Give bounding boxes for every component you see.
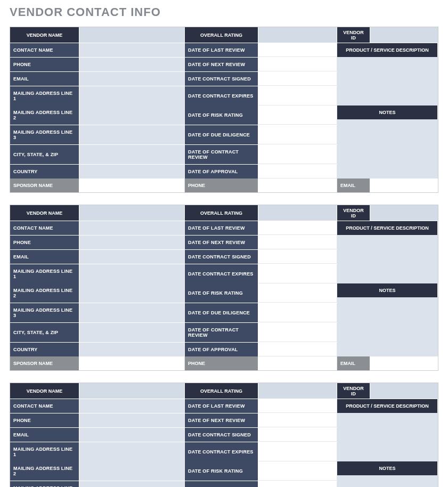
label-country: COUNTRY xyxy=(10,343,79,356)
input-notes[interactable] xyxy=(337,475,438,487)
input-phone[interactable] xyxy=(79,413,185,427)
input-product-desc[interactable] xyxy=(337,235,438,283)
label-date-approval: DATE OF APPROVAL xyxy=(185,165,258,178)
input-sponsor-name[interactable] xyxy=(79,178,185,192)
input-date-contract-review[interactable] xyxy=(258,323,337,342)
label-vendor-id: VENDOR ID xyxy=(337,383,370,399)
input-date-due-diligence[interactable] xyxy=(258,125,337,144)
label-date-risk-rating: DATE OF RISK RATING xyxy=(185,105,258,125)
input-notes[interactable] xyxy=(337,119,438,178)
label-date-contract-signed: DATE CONTRACT SIGNED xyxy=(185,428,258,442)
input-date-contract-signed[interactable] xyxy=(258,428,337,442)
input-vendor-id[interactable] xyxy=(370,383,438,399)
vendor-block: VENDOR NAME OVERALL RATING VENDOR ID CON… xyxy=(10,27,438,193)
input-mailing1[interactable] xyxy=(79,264,185,283)
label-notes: NOTES xyxy=(337,461,438,475)
label-overall-rating: OVERALL RATING xyxy=(185,205,258,221)
input-date-due-diligence[interactable] xyxy=(258,481,337,487)
label-sponsor-email: EMAIL xyxy=(337,178,370,192)
label-vendor-name: VENDOR NAME xyxy=(10,205,79,221)
label-contact-name: CONTACT NAME xyxy=(10,221,79,235)
input-sponsor-name[interactable] xyxy=(79,356,185,370)
input-mailing1[interactable] xyxy=(79,86,185,105)
input-mailing3[interactable] xyxy=(79,481,185,487)
input-overall-rating[interactable] xyxy=(258,205,337,221)
label-email: EMAIL xyxy=(10,250,79,264)
input-email[interactable] xyxy=(79,72,185,86)
label-email: EMAIL xyxy=(10,72,79,86)
input-date-contract-signed[interactable] xyxy=(258,250,337,264)
input-vendor-name[interactable] xyxy=(79,205,185,221)
input-date-due-diligence[interactable] xyxy=(258,303,337,322)
input-date-contract-expires[interactable] xyxy=(258,86,337,105)
input-email[interactable] xyxy=(79,250,185,264)
label-sponsor-email: EMAIL xyxy=(337,356,370,370)
input-date-contract-review[interactable] xyxy=(258,145,337,164)
label-date-risk-rating: DATE OF RISK RATING xyxy=(185,283,258,303)
label-contact-name: CONTACT NAME xyxy=(10,43,79,57)
input-date-contract-signed[interactable] xyxy=(258,72,337,86)
label-mailing3: MAILING ADDRESS LINE 3 xyxy=(10,481,79,487)
label-city-state-zip: CITY, STATE, & ZIP xyxy=(10,145,79,164)
input-vendor-name[interactable] xyxy=(79,27,185,43)
label-date-due-diligence: DATE OF DUE DILIGENCE xyxy=(185,125,258,144)
input-product-desc[interactable] xyxy=(337,57,438,105)
label-date-next-review: DATE OF NEXT REVIEW xyxy=(185,58,258,71)
label-vendor-name: VENDOR NAME xyxy=(10,27,79,43)
input-mailing2[interactable] xyxy=(79,105,185,125)
label-city-state-zip: CITY, STATE, & ZIP xyxy=(10,323,79,342)
input-mailing3[interactable] xyxy=(79,303,185,322)
input-date-next-review[interactable] xyxy=(258,58,337,71)
vendor-header-row: VENDOR NAME OVERALL RATING VENDOR ID xyxy=(10,205,438,221)
label-phone: PHONE xyxy=(10,413,79,427)
input-mailing1[interactable] xyxy=(79,442,185,461)
input-vendor-id[interactable] xyxy=(370,27,438,43)
input-phone[interactable] xyxy=(79,58,185,71)
input-date-next-review[interactable] xyxy=(258,236,337,249)
input-vendor-id[interactable] xyxy=(370,205,438,221)
input-date-contract-expires[interactable] xyxy=(258,264,337,283)
input-contact-name[interactable] xyxy=(79,43,185,57)
input-mailing2[interactable] xyxy=(79,283,185,303)
input-overall-rating[interactable] xyxy=(258,27,337,43)
input-date-risk-rating[interactable] xyxy=(258,105,337,125)
label-date-risk-rating: DATE OF RISK RATING xyxy=(185,461,258,481)
input-city-state-zip[interactable] xyxy=(79,145,185,164)
input-date-contract-expires[interactable] xyxy=(258,442,337,461)
input-product-desc[interactable] xyxy=(337,413,438,461)
input-date-risk-rating[interactable] xyxy=(258,461,337,481)
input-phone[interactable] xyxy=(79,236,185,249)
input-country[interactable] xyxy=(79,165,185,178)
input-notes[interactable] xyxy=(337,297,438,356)
label-phone: PHONE xyxy=(10,236,79,249)
input-overall-rating[interactable] xyxy=(258,383,337,399)
label-notes: NOTES xyxy=(337,283,438,297)
sponsor-row: SPONSOR NAME PHONE EMAIL xyxy=(10,178,438,192)
input-date-last-review[interactable] xyxy=(258,43,337,57)
input-sponsor-email[interactable] xyxy=(370,356,438,370)
input-email[interactable] xyxy=(79,428,185,442)
input-date-last-review[interactable] xyxy=(258,399,337,413)
input-contact-name[interactable] xyxy=(79,221,185,235)
page-title: VENDOR CONTACT INFO xyxy=(10,5,438,19)
input-sponsor-email[interactable] xyxy=(370,178,438,192)
input-city-state-zip[interactable] xyxy=(79,323,185,342)
input-date-approval[interactable] xyxy=(258,165,337,178)
input-mailing2[interactable] xyxy=(79,461,185,481)
input-mailing3[interactable] xyxy=(79,125,185,144)
input-date-last-review[interactable] xyxy=(258,221,337,235)
vendor-block: VENDOR NAME OVERALL RATING VENDOR ID CON… xyxy=(10,383,438,487)
input-sponsor-phone[interactable] xyxy=(258,356,337,370)
input-date-risk-rating[interactable] xyxy=(258,283,337,303)
label-date-last-review: DATE OF LAST REVIEW xyxy=(185,221,258,235)
label-product-desc: PRODUCT / SERVICE DESCRIPTION xyxy=(337,221,438,235)
input-vendor-name[interactable] xyxy=(79,383,185,399)
label-product-desc: PRODUCT / SERVICE DESCRIPTION xyxy=(337,43,438,57)
label-email: EMAIL xyxy=(10,428,79,442)
input-country[interactable] xyxy=(79,343,185,356)
input-date-approval[interactable] xyxy=(258,343,337,356)
input-contact-name[interactable] xyxy=(79,399,185,413)
input-date-next-review[interactable] xyxy=(258,413,337,427)
vendor-header-row: VENDOR NAME OVERALL RATING VENDOR ID xyxy=(10,27,438,43)
input-sponsor-phone[interactable] xyxy=(258,178,337,192)
